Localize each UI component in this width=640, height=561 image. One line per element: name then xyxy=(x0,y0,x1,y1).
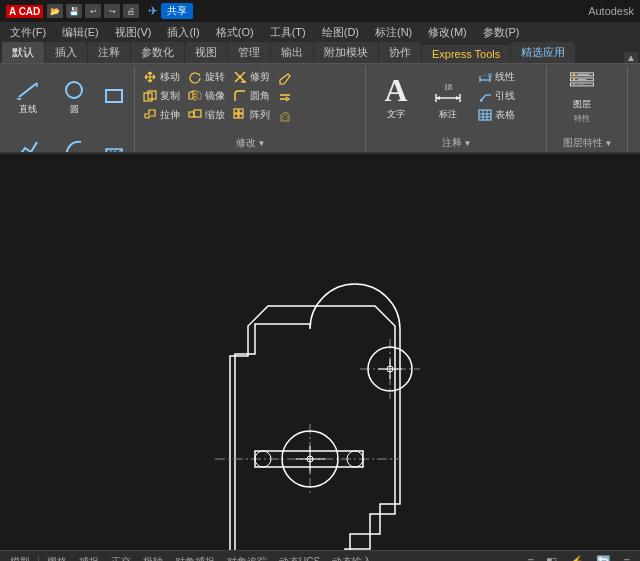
tab-addons[interactable]: 附加模块 xyxy=(314,42,378,63)
status-lineweight[interactable]: ≡ xyxy=(523,555,538,562)
svg-point-50 xyxy=(573,83,575,85)
tool-polyline[interactable]: 多段线 xyxy=(6,127,50,154)
group-layers-expand[interactable]: ▼ xyxy=(605,139,613,148)
status-osnap[interactable]: 对象捕捉 xyxy=(171,555,219,562)
tool-hatch[interactable] xyxy=(98,127,130,154)
tool-text[interactable]: A 文字 xyxy=(371,68,421,126)
menu-params[interactable]: 参数(P) xyxy=(475,23,528,42)
tool-fillet-label: 圆角 xyxy=(250,89,270,103)
tab-collab[interactable]: 协作 xyxy=(379,42,421,63)
menu-format[interactable]: 格式(O) xyxy=(208,23,262,42)
menu-edit[interactable]: 编辑(E) xyxy=(54,23,107,42)
menu-view[interactable]: 视图(V) xyxy=(107,23,160,42)
status-settings[interactable]: ≡ xyxy=(619,555,634,562)
tab-insert[interactable]: 插入 xyxy=(45,42,87,63)
plot-icon[interactable]: 🖨 xyxy=(123,4,139,18)
tool-array[interactable]: 阵列 xyxy=(230,106,273,124)
status-dynin[interactable]: 动态输入 xyxy=(328,555,376,562)
tool-rect[interactable] xyxy=(98,68,130,126)
status-polar[interactable]: 极轴 xyxy=(139,555,167,562)
ribbon-panel: 直线 多段线 圆 xyxy=(0,64,640,154)
menu-draw[interactable]: 绘图(D) xyxy=(314,23,367,42)
status-grid[interactable]: 栅格 xyxy=(43,555,71,562)
tool-fillet[interactable]: 圆角 xyxy=(230,87,273,105)
stretch-icon xyxy=(143,108,157,122)
status-model[interactable]: 模型 xyxy=(6,555,34,562)
tool-scale[interactable]: 缩放 xyxy=(185,106,228,124)
tab-view[interactable]: 视图 xyxy=(185,42,227,63)
tab-manage[interactable]: 管理 xyxy=(228,42,270,63)
tool-rotate[interactable]: 旋转 xyxy=(185,68,228,86)
tool-scale-label: 缩放 xyxy=(205,108,225,122)
tool-copy[interactable]: 复制 xyxy=(140,87,183,105)
group-annotate-content: A 文字 18 标注 xyxy=(371,68,542,134)
svg-marker-24 xyxy=(280,74,290,84)
tool-line[interactable]: 直线 xyxy=(6,68,50,126)
line-icon xyxy=(17,79,39,101)
tool-move[interactable]: 移动 xyxy=(140,68,183,86)
status-snap[interactable]: 捕捉 xyxy=(75,555,103,562)
tool-layer-properties[interactable]: 图层 特性 xyxy=(552,68,612,126)
group-draw: 直线 多段线 圆 xyxy=(2,66,135,152)
hatch-icon xyxy=(103,144,125,154)
tab-annotate[interactable]: 注释 xyxy=(88,42,130,63)
open-icon[interactable]: 📂 xyxy=(47,4,63,18)
tab-output[interactable]: 输出 xyxy=(271,42,313,63)
tool-trim[interactable]: 修剪 xyxy=(230,68,273,86)
group-annotate-name: 注释 xyxy=(442,136,462,150)
tool-erase[interactable] xyxy=(275,70,298,88)
tab-express-tools[interactable]: Express Tools xyxy=(422,45,510,63)
status-ortho[interactable]: 正交 xyxy=(107,555,135,562)
tool-table-label: 表格 xyxy=(495,108,515,122)
tab-parametric[interactable]: 参数化 xyxy=(131,42,184,63)
tab-default[interactable]: 默认 xyxy=(2,42,44,63)
tool-extend[interactable] xyxy=(275,89,298,107)
trim-icon xyxy=(233,70,247,84)
menu-insert[interactable]: 插入(I) xyxy=(159,23,207,42)
group-modify-label: 修改 ▼ xyxy=(140,134,361,152)
scale-icon xyxy=(188,108,202,122)
ribbon-minimize[interactable]: ▲ xyxy=(624,52,638,63)
share-button[interactable]: 共享 xyxy=(161,3,193,19)
group-modify-expand[interactable]: ▼ xyxy=(258,139,266,148)
draw-tools-col2: 圆 圆弧 xyxy=(52,68,96,154)
drawing-area[interactable] xyxy=(0,154,640,550)
group-modify-name: 修改 xyxy=(236,136,256,150)
tool-mirror[interactable]: 镜像 xyxy=(185,87,228,105)
share-icon[interactable]: ✈ xyxy=(148,4,158,18)
status-quickprop[interactable]: ⚡ xyxy=(565,555,588,562)
save-icon[interactable]: 💾 xyxy=(66,4,82,18)
svg-rect-22 xyxy=(234,114,238,118)
polyline-icon xyxy=(17,138,39,155)
group-annotate-expand[interactable]: ▼ xyxy=(464,139,472,148)
rect-icon xyxy=(103,85,125,107)
layer-properties-icon xyxy=(564,70,600,96)
tool-circle[interactable]: 圆 xyxy=(52,68,96,126)
status-transparency[interactable]: ◧ xyxy=(542,555,561,562)
ribbon-tabs: 默认 插入 注释 参数化 视图 管理 输出 附加模块 协作 Express To… xyxy=(0,42,640,64)
menu-file[interactable]: 文件(F) xyxy=(2,23,54,42)
group-annotate: A 文字 18 标注 xyxy=(367,66,547,152)
tool-linear[interactable]: 一 线性 线性 xyxy=(475,68,518,86)
tool-stretch[interactable]: 拉伸 xyxy=(140,106,183,124)
group-layers: 图层 特性 图层特性 ▼ xyxy=(548,66,628,152)
offset-icon xyxy=(278,110,292,124)
table-icon xyxy=(478,108,492,122)
tool-arc[interactable]: 圆弧 xyxy=(52,127,96,154)
status-ducs[interactable]: 动态UCS xyxy=(275,555,324,562)
menu-dimension[interactable]: 标注(N) xyxy=(367,23,420,42)
tab-featured-apps[interactable]: 精选应用 xyxy=(511,42,575,63)
cad-canvas xyxy=(0,154,640,550)
menu-modify[interactable]: 修改(M) xyxy=(420,23,475,42)
tool-offset[interactable] xyxy=(275,108,298,126)
redo-icon[interactable]: ↪ xyxy=(104,4,120,18)
menu-tools[interactable]: 工具(T) xyxy=(262,23,314,42)
status-selcycle[interactable]: 🔄 xyxy=(592,555,615,562)
tool-leader[interactable]: 引线 xyxy=(475,87,518,105)
tool-dimension[interactable]: 18 标注 xyxy=(423,68,473,126)
status-otrack[interactable]: 对象追踪 xyxy=(223,555,271,562)
draw-tools-col3 xyxy=(98,68,130,154)
svg-line-37 xyxy=(480,95,486,101)
undo-icon[interactable]: ↩ xyxy=(85,4,101,18)
tool-table[interactable]: 表格 xyxy=(475,106,518,124)
